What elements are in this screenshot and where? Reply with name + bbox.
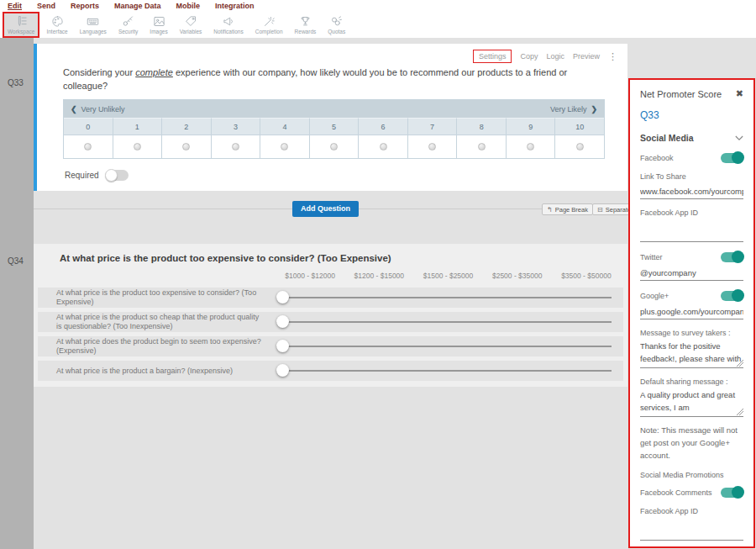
price-column-header: $1000 - $12000 xyxy=(276,272,344,280)
toolbar-item-images[interactable]: Images xyxy=(144,12,172,38)
close-icon[interactable]: ✖ xyxy=(736,88,743,99)
slider-handle[interactable] xyxy=(276,340,289,352)
panel-question-id[interactable]: Q33 xyxy=(640,109,743,121)
nps-radio-1[interactable] xyxy=(134,143,141,150)
google-plus-toggle[interactable] xyxy=(721,291,743,301)
facebook-comments-toggle[interactable] xyxy=(721,488,743,498)
nps-value: 9 xyxy=(506,118,555,135)
price-column-header: $1500 - $25000 xyxy=(413,272,482,280)
required-row: Required xyxy=(65,170,129,181)
add-question-button[interactable]: Add Question xyxy=(292,201,359,217)
nps-radio-4[interactable] xyxy=(281,143,288,150)
workspace-icon xyxy=(15,15,28,28)
toolbar-item-rewards[interactable]: Rewards xyxy=(290,12,322,38)
question-actions: Settings Copy Logic Preview ⋮ xyxy=(473,50,617,63)
nps-radio-0[interactable] xyxy=(84,143,92,150)
toolbar-item-label: Quotas xyxy=(328,29,345,34)
chevron-down-icon[interactable] xyxy=(735,135,743,141)
nps-value: 0 xyxy=(64,118,113,135)
link-to-share-input[interactable] xyxy=(640,186,743,199)
toggle-knob xyxy=(732,151,744,164)
menu-integration[interactable]: Integration xyxy=(215,2,255,10)
facebook-app-id-input[interactable] xyxy=(640,229,743,242)
trophy-icon xyxy=(299,15,312,28)
toolbar-item-label: Notifications xyxy=(213,29,243,34)
nps-radio-3[interactable] xyxy=(232,143,239,150)
google-plus-toggle-row: Google+ xyxy=(640,291,743,301)
required-toggle[interactable] xyxy=(106,170,129,181)
menu-manage-data[interactable]: Manage Data xyxy=(114,2,161,10)
preview-button[interactable]: Preview xyxy=(573,52,600,61)
survey-editor-app: Edit Send Reports Manage Data Mobile Int… xyxy=(0,0,756,549)
social-media-section-header[interactable]: Social Media xyxy=(640,133,743,143)
facebook-comments-toggle-row: Facebook Comments xyxy=(640,488,743,498)
toolbar-item-security[interactable]: Security xyxy=(113,12,143,38)
kebab-menu-icon[interactable]: ⋮ xyxy=(608,51,617,62)
facebook-app-id-label: Facebook App ID xyxy=(640,209,743,217)
toolbar-item-completion[interactable]: Completion xyxy=(250,12,288,38)
toolbar-item-label: Languages xyxy=(80,29,107,34)
copy-button[interactable]: Copy xyxy=(520,52,538,61)
separator-icon: ⊟ xyxy=(597,206,603,214)
resize-grip-icon[interactable] xyxy=(737,360,743,367)
toggle-knob xyxy=(732,486,744,499)
twitter-toggle[interactable] xyxy=(721,252,743,262)
scale-next-icon[interactable]: ❯ xyxy=(591,105,597,113)
menu-edit[interactable]: Edit xyxy=(8,2,22,10)
slider xyxy=(276,336,612,356)
q34-column-headers: $1000 - $12000 $1200 - $15000 $1500 - $2… xyxy=(276,272,621,280)
toolbar-item-variables[interactable]: Variables xyxy=(175,12,207,38)
question-block-q34: At what price is the product too expensi… xyxy=(34,244,627,387)
message-textarea-wrap: Thanks for the positive feedback!, pleas… xyxy=(640,340,743,368)
nps-radio-9[interactable] xyxy=(527,143,534,150)
toolbar-item-label: Variables xyxy=(180,29,202,34)
nps-value: 10 xyxy=(554,118,604,135)
nps-radio-7[interactable] xyxy=(428,143,436,150)
menu-reports[interactable]: Reports xyxy=(71,2,99,10)
message-to-survey-takers-textarea[interactable]: Thanks for the positive feedback!, pleas… xyxy=(640,340,743,368)
toolbar-item-languages[interactable]: Languages xyxy=(75,12,112,38)
toolbar-item-quotas[interactable]: Quotas xyxy=(323,12,350,38)
toolbar-item-notifications[interactable]: Notifications xyxy=(208,12,248,38)
twitter-handle-input[interactable] xyxy=(640,267,743,281)
google-plus-url-input[interactable] xyxy=(640,306,743,319)
question-text-prefix: Considering your xyxy=(63,67,135,77)
resize-grip-icon[interactable] xyxy=(737,409,743,415)
nps-value: 5 xyxy=(309,118,359,135)
question-text[interactable]: Considering your complete experience wit… xyxy=(63,66,594,92)
q34-number-label: Q34 xyxy=(8,256,24,266)
slider-row: At what price is the product a bargain? … xyxy=(38,361,623,381)
nps-value: 2 xyxy=(161,118,211,135)
q34-title[interactable]: At what price is the product too expensi… xyxy=(60,253,391,263)
nps-value-row: 0 1 2 3 4 5 6 7 8 9 10 xyxy=(64,118,604,135)
menu-send[interactable]: Send xyxy=(37,2,55,10)
slider-handle[interactable] xyxy=(276,291,289,304)
nps-radio-2[interactable] xyxy=(182,143,190,150)
logic-button[interactable]: Logic xyxy=(546,52,564,61)
default-sharing-message-textarea[interactable]: A quality product and great services, I … xyxy=(640,388,743,417)
facebook-app-id-2-input[interactable] xyxy=(640,527,743,541)
slider-track xyxy=(276,321,612,323)
nps-radio-5[interactable] xyxy=(330,143,338,150)
toolbar-item-workspace[interactable]: Workspace xyxy=(3,12,39,38)
panel-header: Net Promoter Score ✖ xyxy=(640,88,743,99)
settings-button[interactable]: Settings xyxy=(473,50,512,63)
slider-row-label: At what price is the product a bargain? … xyxy=(38,367,265,376)
facebook-toggle[interactable] xyxy=(721,153,743,163)
nps-radio-6[interactable] xyxy=(380,143,387,150)
workspace-content: Q33 Q34 Settings Copy Logic Preview ⋮ Co… xyxy=(0,38,756,549)
google-plus-note: Note: This message will not get post on … xyxy=(640,424,743,462)
nps-radio-8[interactable] xyxy=(478,143,486,150)
scale-prev-icon[interactable]: ❮ xyxy=(71,105,77,113)
slider-handle[interactable] xyxy=(276,364,289,377)
menu-mobile[interactable]: Mobile xyxy=(176,2,201,10)
image-icon xyxy=(153,15,165,28)
tag-icon xyxy=(185,15,197,28)
toolbar-item-interface[interactable]: Interface xyxy=(41,12,72,38)
slider-handle[interactable] xyxy=(276,315,289,328)
page-break-button[interactable]: ↰ Page Break xyxy=(542,203,593,215)
nps-value: 1 xyxy=(113,118,162,135)
nps-radio-10[interactable] xyxy=(576,143,584,150)
page-break-label: Page Break xyxy=(555,206,588,214)
toggle-knob xyxy=(732,289,744,302)
